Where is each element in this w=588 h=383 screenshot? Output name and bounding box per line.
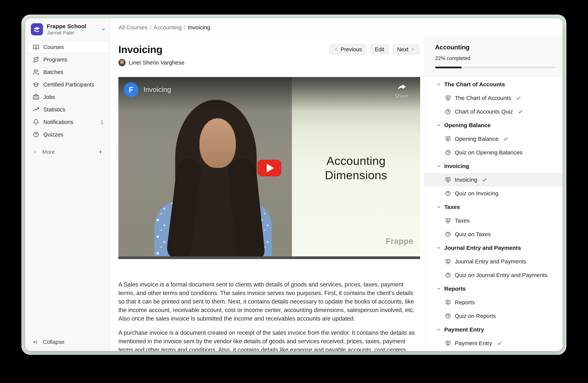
presenter-face — [199, 118, 236, 168]
course-progress-text: 22% completed — [435, 56, 555, 61]
play-button[interactable] — [257, 160, 281, 176]
sidebar-item-quizzes[interactable]: Quizzes — [28, 129, 108, 141]
author-name: Linet Sherin Varghese — [129, 59, 185, 66]
frappe-watermark: Frappe — [386, 237, 413, 246]
outline-section-label: Journal Entry and Payments — [444, 245, 521, 251]
outline-section-invoicing[interactable]: Invoicing — [424, 159, 563, 173]
outline-section-reports[interactable]: Reports — [424, 282, 563, 296]
play-icon — [267, 164, 274, 172]
slide-title: Accounting Dimensions — [292, 154, 420, 182]
course-outline: The Chart of AccountsThe Chart of Accoun… — [424, 77, 563, 351]
sidebar-item-batches[interactable]: Batches — [28, 66, 108, 78]
chevron-right-icon — [411, 47, 415, 52]
outline-section-label: Payment Entry — [444, 326, 484, 333]
outline-section-opening-balance[interactable]: Opening Balance — [424, 118, 563, 132]
help-circle-icon — [445, 231, 451, 237]
sidebar-item-label: Programs — [43, 57, 67, 63]
breadcrumb-separator: / — [184, 24, 186, 30]
outline-item-quiz-on-reports[interactable]: Quiz on Reports — [424, 309, 563, 323]
sidebar-collapse-label: Collapse — [43, 339, 64, 345]
bell-icon — [33, 119, 39, 125]
channel-avatar[interactable]: F — [124, 82, 138, 97]
sidebar-item-programs[interactable]: Programs — [28, 54, 108, 66]
chevron-down-icon — [436, 246, 441, 250]
outline-item-the-chart-of-accounts[interactable]: The Chart of Accounts — [424, 91, 563, 105]
breadcrumb: All Courses/Accounting/Invoicing — [118, 24, 210, 31]
outline-section-taxes[interactable]: Taxes — [424, 200, 563, 214]
app-window: Frappe School Jannat Patel CoursesProgra… — [25, 18, 563, 351]
lesson-nav-buttons: Previous Edit Next — [329, 44, 420, 55]
lesson-content: Invoicing Previous Edit — [111, 37, 424, 351]
outline-item-reports[interactable]: Reports — [424, 296, 563, 309]
sidebar-item-label: Courses — [43, 44, 64, 50]
share-button[interactable]: Share — [395, 83, 408, 99]
outline-item-label: Quiz on Opening Balances — [455, 149, 523, 156]
sidebar-item-courses[interactable]: Courses — [28, 41, 108, 53]
frappe-school-logo-icon — [31, 23, 43, 35]
outline-section-the-chart-of-accounts[interactable]: The Chart of Accounts — [424, 77, 563, 91]
previous-button[interactable]: Previous — [329, 44, 367, 55]
next-button[interactable]: Next — [392, 44, 420, 55]
brand-text: Frappe School Jannat Patel — [47, 23, 97, 36]
outline-section-label: Invoicing — [444, 163, 469, 169]
sidebar-item-jobs[interactable]: Jobs — [28, 91, 108, 103]
briefcase-icon — [33, 94, 39, 100]
course-progress-bar — [435, 67, 555, 68]
workspace-user: Jannat Patel — [47, 30, 74, 36]
sidebar-item-label: Statistics — [43, 107, 65, 113]
edit-button[interactable]: Edit — [370, 44, 389, 55]
sidebar-item-certified-participants[interactable]: Certified Participants — [28, 78, 108, 91]
breadcrumb-link-all-courses[interactable]: All Courses — [118, 24, 147, 30]
outline-item-label: Journal Entry and Payments — [455, 258, 526, 265]
sidebar-item-notifications[interactable]: Notifications1 — [28, 116, 108, 128]
users-icon — [33, 69, 39, 75]
sidebar-item-label: Quizzes — [43, 132, 63, 138]
help-circle-icon — [33, 131, 39, 138]
outline-item-quiz-on-opening-balances[interactable]: Quiz on Opening Balances — [424, 146, 563, 159]
outline-section-payment-entry[interactable]: Payment Entry — [424, 323, 563, 336]
outline-item-chart-of-accounts-quiz[interactable]: Chart of Accounts Quiz — [424, 105, 563, 118]
help-circle-icon — [445, 313, 451, 319]
plus-icon[interactable] — [98, 149, 103, 155]
outline-item-label: Quiz on Journal Entry and Payments — [455, 272, 547, 278]
outline-section-label: Opening Balance — [444, 122, 491, 129]
outline-item-journal-entry-and-payments[interactable]: Journal Entry and Payments — [424, 255, 563, 268]
course-progress-fill — [435, 67, 462, 68]
route-icon — [33, 57, 39, 63]
video-player[interactable]: Accounting Dimensions Frappe F Invoicing — [118, 77, 420, 259]
sidebar-item-statistics[interactable]: Statistics — [28, 103, 108, 116]
outline-item-invoicing[interactable]: Invoicing — [424, 173, 563, 187]
outline-item-quiz-on-taxes[interactable]: Quiz on Taxes — [424, 228, 563, 241]
lesson-body-text: A Sales invoice is a formal document sen… — [118, 280, 420, 351]
check-icon — [516, 95, 521, 101]
monitor-play-icon — [445, 177, 451, 183]
app-frame: Frappe School Jannat Patel CoursesProgra… — [21, 15, 567, 355]
chevron-down-icon — [101, 27, 106, 32]
video-title[interactable]: Invoicing — [143, 86, 171, 94]
breadcrumb-link-accounting[interactable]: Accounting — [154, 24, 182, 30]
monitor-play-icon — [445, 218, 451, 224]
outline-item-quiz-on-journal-entry-and-payments[interactable]: Quiz on Journal Entry and Payments — [424, 268, 563, 282]
sidebar: Frappe School Jannat Patel CoursesProgra… — [25, 18, 111, 351]
outline-item-quiz-on-invoicing[interactable]: Quiz on Invoicing — [424, 187, 563, 200]
sidebar-more[interactable]: More — [28, 147, 108, 157]
check-icon — [503, 136, 509, 142]
workspace-switcher[interactable]: Frappe School Jannat Patel — [28, 23, 108, 36]
breadcrumb-current: Invoicing — [188, 24, 210, 30]
outline-section-label: Taxes — [444, 204, 460, 210]
outline-item-taxes[interactable]: Taxes — [424, 214, 563, 228]
course-outline-panel: Accounting 22% completed The Chart of Ac… — [424, 37, 563, 351]
sidebar-collapse-button[interactable]: Collapse — [28, 336, 108, 348]
lesson-paragraph: A Sales invoice is a formal document sen… — [118, 280, 420, 323]
outline-section-label: The Chart of Accounts — [444, 81, 505, 88]
main-row: Invoicing Previous Edit — [111, 37, 563, 351]
sidebar-more-label: More — [42, 149, 55, 155]
outline-item-opening-balance[interactable]: Opening Balance — [424, 132, 563, 146]
author-row: Linet Sherin Varghese — [118, 59, 420, 66]
outline-item-label: Invoicing — [455, 176, 477, 183]
sidebar-item-label: Notifications — [43, 119, 73, 125]
outline-item-payment-entry[interactable]: Payment Entry — [424, 336, 563, 350]
course-progress-header: Accounting 22% completed — [424, 37, 563, 77]
share-icon — [396, 83, 407, 92]
outline-section-journal-entry-and-payments[interactable]: Journal Entry and Payments — [424, 241, 563, 255]
